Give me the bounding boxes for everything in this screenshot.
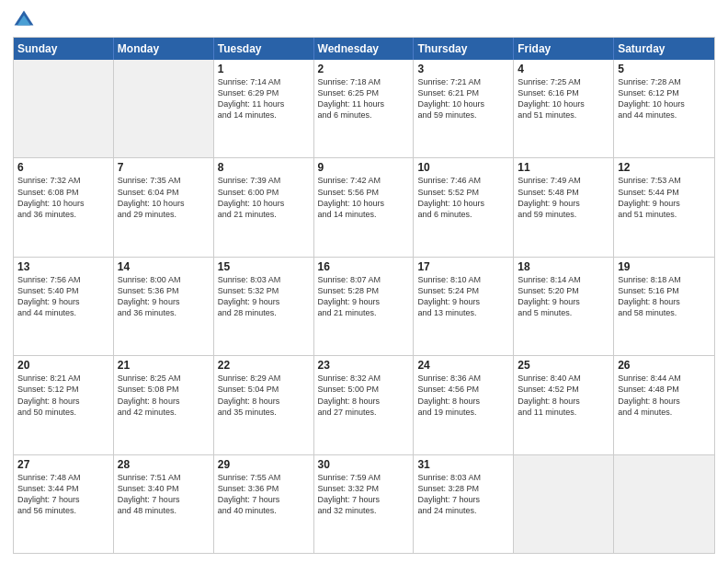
calendar-row: 1Sunrise: 7:14 AM Sunset: 6:29 PM Daylig…: [14, 60, 714, 157]
day-number: 31: [417, 458, 509, 471]
header-day: Sunday: [14, 38, 114, 60]
day-cell: 1Sunrise: 7:14 AM Sunset: 6:29 PM Daylig…: [214, 60, 314, 157]
day-details: Sunrise: 7:53 AM Sunset: 5:44 PM Dayligh…: [618, 175, 711, 220]
day-details: Sunrise: 8:03 AM Sunset: 5:32 PM Dayligh…: [218, 274, 310, 319]
day-cell: 8Sunrise: 7:39 AM Sunset: 6:00 PM Daylig…: [214, 158, 314, 256]
day-cell: 26Sunrise: 8:44 AM Sunset: 4:48 PM Dayli…: [614, 356, 714, 454]
day-cell: 16Sunrise: 8:07 AM Sunset: 5:28 PM Dayli…: [314, 258, 415, 355]
day-number: 1: [218, 63, 310, 75]
day-details: Sunrise: 7:18 AM Sunset: 6:25 PM Dayligh…: [318, 76, 410, 121]
day-number: 3: [417, 63, 509, 75]
day-details: Sunrise: 8:03 AM Sunset: 3:28 PM Dayligh…: [417, 472, 509, 517]
day-number: 5: [618, 63, 711, 75]
day-cell: 28Sunrise: 7:51 AM Sunset: 3:40 PM Dayli…: [114, 455, 214, 553]
day-cell: 12Sunrise: 7:53 AM Sunset: 5:44 PM Dayli…: [614, 158, 714, 256]
day-cell: 25Sunrise: 8:40 AM Sunset: 4:52 PM Dayli…: [514, 356, 614, 454]
day-number: 26: [618, 359, 711, 372]
day-details: Sunrise: 7:51 AM Sunset: 3:40 PM Dayligh…: [118, 472, 210, 517]
day-details: Sunrise: 7:32 AM Sunset: 6:08 PM Dayligh…: [17, 175, 109, 220]
day-number: 28: [118, 458, 210, 471]
day-number: 27: [17, 458, 109, 471]
day-cell: 17Sunrise: 8:10 AM Sunset: 5:24 PM Dayli…: [414, 258, 514, 355]
day-details: Sunrise: 7:21 AM Sunset: 6:21 PM Dayligh…: [417, 76, 509, 121]
day-details: Sunrise: 7:49 AM Sunset: 5:48 PM Dayligh…: [518, 175, 609, 220]
day-number: 18: [518, 260, 609, 273]
header-day: Thursday: [414, 38, 514, 60]
day-cell: 22Sunrise: 8:29 AM Sunset: 5:04 PM Dayli…: [214, 356, 314, 454]
day-details: Sunrise: 7:35 AM Sunset: 6:04 PM Dayligh…: [118, 175, 210, 220]
day-cell: 27Sunrise: 7:48 AM Sunset: 3:44 PM Dayli…: [14, 455, 114, 553]
day-cell: 19Sunrise: 8:18 AM Sunset: 5:16 PM Dayli…: [614, 258, 714, 355]
header-day: Saturday: [614, 38, 714, 60]
day-cell: 18Sunrise: 8:14 AM Sunset: 5:20 PM Dayli…: [514, 258, 614, 355]
day-number: 20: [17, 359, 109, 372]
day-cell: 9Sunrise: 7:42 AM Sunset: 5:56 PM Daylig…: [314, 158, 415, 256]
day-details: Sunrise: 8:00 AM Sunset: 5:36 PM Dayligh…: [118, 274, 210, 319]
day-cell: 13Sunrise: 7:56 AM Sunset: 5:40 PM Dayli…: [14, 258, 114, 355]
day-cell: 4Sunrise: 7:25 AM Sunset: 6:16 PM Daylig…: [514, 60, 614, 157]
day-number: 17: [417, 260, 509, 273]
day-number: 8: [218, 161, 310, 174]
day-details: Sunrise: 7:14 AM Sunset: 6:29 PM Dayligh…: [218, 76, 310, 121]
day-details: Sunrise: 7:56 AM Sunset: 5:40 PM Dayligh…: [17, 274, 109, 319]
day-details: Sunrise: 8:29 AM Sunset: 5:04 PM Dayligh…: [218, 373, 310, 418]
day-cell: 5Sunrise: 7:28 AM Sunset: 6:12 PM Daylig…: [614, 60, 714, 157]
day-cell: 31Sunrise: 8:03 AM Sunset: 3:28 PM Dayli…: [414, 455, 514, 553]
empty-cell: [614, 455, 714, 553]
day-details: Sunrise: 8:32 AM Sunset: 5:00 PM Dayligh…: [318, 373, 410, 418]
day-details: Sunrise: 7:55 AM Sunset: 3:36 PM Dayligh…: [218, 472, 310, 517]
day-number: 6: [17, 161, 109, 174]
header: [13, 9, 715, 31]
day-details: Sunrise: 8:21 AM Sunset: 5:12 PM Dayligh…: [17, 373, 109, 418]
day-details: Sunrise: 7:59 AM Sunset: 3:32 PM Dayligh…: [318, 472, 410, 517]
day-number: 10: [417, 161, 509, 174]
day-number: 2: [318, 63, 410, 75]
day-number: 19: [618, 260, 711, 273]
day-cell: 29Sunrise: 7:55 AM Sunset: 3:36 PM Dayli…: [214, 455, 314, 553]
day-cell: 7Sunrise: 7:35 AM Sunset: 6:04 PM Daylig…: [114, 158, 214, 256]
day-details: Sunrise: 7:48 AM Sunset: 3:44 PM Dayligh…: [17, 472, 109, 517]
day-cell: 24Sunrise: 8:36 AM Sunset: 4:56 PM Dayli…: [414, 356, 514, 454]
logo-icon: [13, 9, 35, 31]
day-details: Sunrise: 8:10 AM Sunset: 5:24 PM Dayligh…: [417, 274, 509, 319]
day-number: 16: [318, 260, 410, 273]
day-details: Sunrise: 8:40 AM Sunset: 4:52 PM Dayligh…: [518, 373, 609, 418]
day-details: Sunrise: 8:14 AM Sunset: 5:20 PM Dayligh…: [518, 274, 609, 319]
calendar: SundayMondayTuesdayWednesdayThursdayFrid…: [13, 37, 715, 554]
header-day: Wednesday: [314, 38, 415, 60]
empty-cell: [514, 455, 614, 553]
day-details: Sunrise: 7:42 AM Sunset: 5:56 PM Dayligh…: [318, 175, 410, 220]
day-number: 21: [118, 359, 210, 372]
day-cell: 15Sunrise: 8:03 AM Sunset: 5:32 PM Dayli…: [214, 258, 314, 355]
day-cell: 20Sunrise: 8:21 AM Sunset: 5:12 PM Dayli…: [14, 356, 114, 454]
day-cell: 11Sunrise: 7:49 AM Sunset: 5:48 PM Dayli…: [514, 158, 614, 256]
day-number: 7: [118, 161, 210, 174]
calendar-row: 20Sunrise: 8:21 AM Sunset: 5:12 PM Dayli…: [14, 355, 714, 454]
logo: [13, 13, 37, 31]
header-day: Monday: [114, 38, 214, 60]
day-cell: 10Sunrise: 7:46 AM Sunset: 5:52 PM Dayli…: [414, 158, 514, 256]
day-cell: 23Sunrise: 8:32 AM Sunset: 5:00 PM Dayli…: [314, 356, 415, 454]
day-cell: 6Sunrise: 7:32 AM Sunset: 6:08 PM Daylig…: [14, 158, 114, 256]
day-details: Sunrise: 7:39 AM Sunset: 6:00 PM Dayligh…: [218, 175, 310, 220]
day-details: Sunrise: 7:28 AM Sunset: 6:12 PM Dayligh…: [618, 76, 711, 121]
day-details: Sunrise: 8:18 AM Sunset: 5:16 PM Dayligh…: [618, 274, 711, 319]
calendar-header: SundayMondayTuesdayWednesdayThursdayFrid…: [14, 38, 714, 60]
calendar-row: 13Sunrise: 7:56 AM Sunset: 5:40 PM Dayli…: [14, 257, 714, 355]
day-details: Sunrise: 8:44 AM Sunset: 4:48 PM Dayligh…: [618, 373, 711, 418]
header-day: Tuesday: [214, 38, 314, 60]
day-number: 14: [118, 260, 210, 273]
header-day: Friday: [514, 38, 614, 60]
day-number: 29: [218, 458, 310, 471]
day-cell: 14Sunrise: 8:00 AM Sunset: 5:36 PM Dayli…: [114, 258, 214, 355]
day-cell: 30Sunrise: 7:59 AM Sunset: 3:32 PM Dayli…: [314, 455, 415, 553]
day-details: Sunrise: 8:36 AM Sunset: 4:56 PM Dayligh…: [417, 373, 509, 418]
day-number: 4: [518, 63, 609, 75]
day-number: 23: [318, 359, 410, 372]
day-number: 22: [218, 359, 310, 372]
empty-cell: [114, 60, 214, 157]
day-number: 30: [318, 458, 410, 471]
day-number: 13: [17, 260, 109, 273]
calendar-row: 27Sunrise: 7:48 AM Sunset: 3:44 PM Dayli…: [14, 454, 714, 553]
calendar-row: 6Sunrise: 7:32 AM Sunset: 6:08 PM Daylig…: [14, 157, 714, 256]
